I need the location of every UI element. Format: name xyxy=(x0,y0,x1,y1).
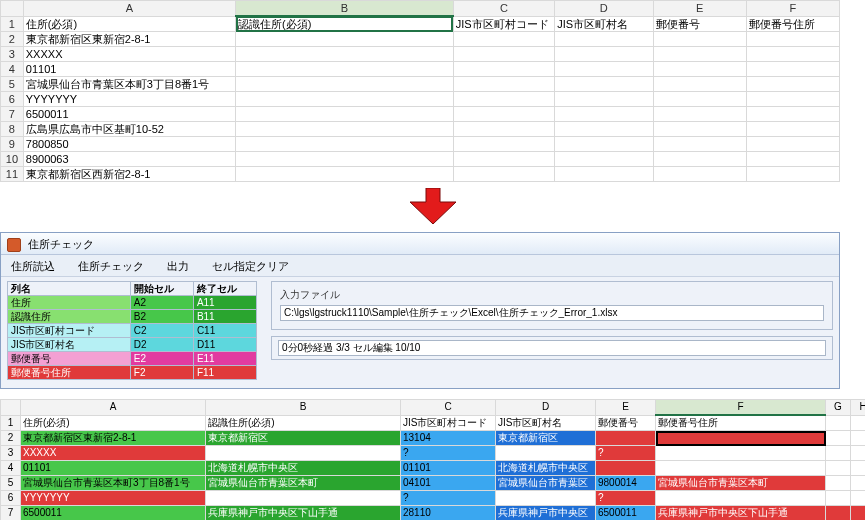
col-header[interactable]: E xyxy=(596,400,656,416)
cell[interactable]: 住所(必須) xyxy=(21,415,206,431)
cell[interactable]: 01101 xyxy=(21,461,206,476)
cell[interactable]: 7800850 xyxy=(23,137,235,152)
col-header[interactable]: B xyxy=(206,400,401,416)
cell[interactable]: JIS市区町村名 xyxy=(496,415,596,431)
cell[interactable] xyxy=(236,47,454,62)
cell[interactable] xyxy=(746,122,839,137)
cell[interactable] xyxy=(555,32,653,47)
cell[interactable] xyxy=(826,491,851,506)
cell[interactable]: 04101 xyxy=(401,476,496,491)
cell[interactable]: ? xyxy=(401,446,496,461)
cell[interactable] xyxy=(236,167,454,182)
cell[interactable]: 宮城県仙台市青葉区本町3丁目8番1号 xyxy=(23,77,235,92)
cell[interactable] xyxy=(555,137,653,152)
col-header[interactable]: F xyxy=(656,400,826,416)
cfg-cell[interactable]: JIS市区町村名 xyxy=(8,338,131,352)
cell[interactable] xyxy=(555,107,653,122)
col-header[interactable]: H xyxy=(851,400,866,416)
cell[interactable]: 28110 xyxy=(401,506,496,521)
cell[interactable] xyxy=(555,122,653,137)
cell[interactable] xyxy=(851,415,866,431)
cell[interactable] xyxy=(453,167,555,182)
cfg-cell[interactable]: C11 xyxy=(193,324,256,338)
cell[interactable]: 9800014 xyxy=(596,476,656,491)
cell[interactable]: 宮城県仙台市青葉区本町3丁目8番1号 xyxy=(21,476,206,491)
cell[interactable] xyxy=(236,92,454,107)
cell[interactable] xyxy=(826,415,851,431)
bottom-spreadsheet[interactable]: A B C D E F G H 1住所(必須)認識住所(必須)JIS市区町村コー… xyxy=(0,399,865,520)
cell[interactable]: ? xyxy=(596,491,656,506)
cell[interactable] xyxy=(826,431,851,446)
row-header[interactable]: 3 xyxy=(1,47,24,62)
cell[interactable]: JIS市区町村名 xyxy=(555,16,653,32)
cell[interactable] xyxy=(826,476,851,491)
col-header[interactable]: C xyxy=(453,1,555,17)
cell[interactable] xyxy=(656,461,826,476)
cell[interactable]: YYYYYYY xyxy=(23,92,235,107)
row-header[interactable]: 2 xyxy=(1,32,24,47)
cfg-cell[interactable]: 住所 xyxy=(8,296,131,310)
cell[interactable]: 郵便番号 xyxy=(653,16,746,32)
cell[interactable]: 01101 xyxy=(23,62,235,77)
cell[interactable] xyxy=(653,137,746,152)
cell[interactable]: JIS市区町村コード xyxy=(453,16,555,32)
cell[interactable]: ? xyxy=(596,446,656,461)
cell[interactable] xyxy=(653,77,746,92)
col-header[interactable]: D xyxy=(496,400,596,416)
cell[interactable]: 宮城県仙台市青葉区本町 xyxy=(656,476,826,491)
col-header[interactable]: A xyxy=(23,1,235,17)
cell[interactable] xyxy=(746,77,839,92)
cell[interactable]: 郵便番号 xyxy=(596,415,656,431)
col-header[interactable]: G xyxy=(826,400,851,416)
row-header[interactable]: 3 xyxy=(1,446,21,461)
row-header[interactable]: 2 xyxy=(1,431,21,446)
col-header[interactable]: E xyxy=(653,1,746,17)
cell[interactable] xyxy=(206,446,401,461)
cfg-cell[interactable]: F11 xyxy=(193,366,256,380)
cfg-cell[interactable]: C2 xyxy=(130,324,193,338)
row-header[interactable]: 6 xyxy=(1,92,24,107)
cell[interactable]: 兵庫県神戸市中央区下山手通 xyxy=(656,506,826,521)
cell[interactable] xyxy=(236,32,454,47)
cell[interactable] xyxy=(555,167,653,182)
cell[interactable] xyxy=(236,62,454,77)
row-header[interactable]: 10 xyxy=(1,152,24,167)
menu-clear[interactable]: セル指定クリア xyxy=(202,255,299,277)
cfg-cell[interactable]: D2 xyxy=(130,338,193,352)
cell[interactable]: 東京都新宿区 xyxy=(206,431,401,446)
input-file-path[interactable] xyxy=(280,305,824,321)
col-header[interactable]: A xyxy=(21,400,206,416)
row-header[interactable]: 7 xyxy=(1,506,21,521)
cell[interactable] xyxy=(746,62,839,77)
cell[interactable] xyxy=(236,137,454,152)
cell[interactable] xyxy=(851,506,866,521)
row-header[interactable]: 4 xyxy=(1,461,21,476)
cell[interactable] xyxy=(653,92,746,107)
cfg-cell[interactable]: F2 xyxy=(130,366,193,380)
col-header[interactable]: D xyxy=(555,1,653,17)
row-header[interactable]: 11 xyxy=(1,167,24,182)
cell[interactable]: 6500011 xyxy=(21,506,206,521)
cell[interactable]: ? xyxy=(401,491,496,506)
cell[interactable] xyxy=(826,461,851,476)
row-header[interactable]: 7 xyxy=(1,107,24,122)
cell[interactable] xyxy=(653,107,746,122)
cell[interactable] xyxy=(851,431,866,446)
row-header[interactable]: 4 xyxy=(1,62,24,77)
cell[interactable] xyxy=(746,137,839,152)
cell[interactable] xyxy=(453,77,555,92)
cell[interactable] xyxy=(236,107,454,122)
cell[interactable]: 郵便番号住所 xyxy=(746,16,839,32)
cell[interactable] xyxy=(555,152,653,167)
cell[interactable]: 東京都新宿区西新宿2-8-1 xyxy=(23,167,235,182)
col-header[interactable]: F xyxy=(746,1,839,17)
row-header[interactable]: 6 xyxy=(1,491,21,506)
menu-output[interactable]: 出力 xyxy=(157,255,199,277)
cfg-cell[interactable]: 認識住所 xyxy=(8,310,131,324)
cell[interactable]: 6500011 xyxy=(23,107,235,122)
cell[interactable]: 13104 xyxy=(401,431,496,446)
cell[interactable] xyxy=(453,137,555,152)
menu-check[interactable]: 住所チェック xyxy=(68,255,154,277)
cell[interactable]: YYYYYYY xyxy=(21,491,206,506)
cell[interactable] xyxy=(236,122,454,137)
